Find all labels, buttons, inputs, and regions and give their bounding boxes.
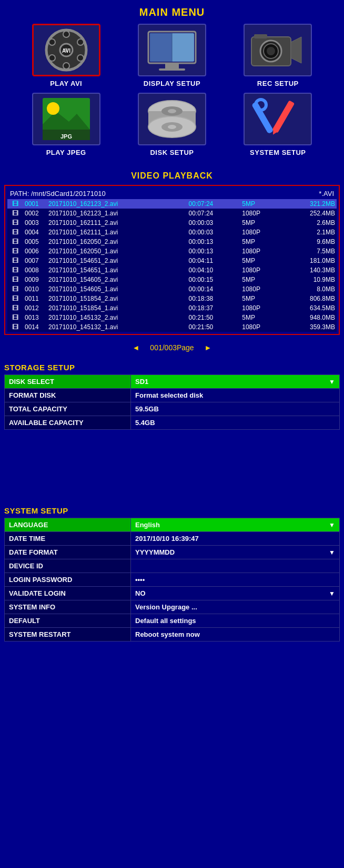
system-row-cell: •••• <box>131 573 340 587</box>
video-playback-container: PATH: /mnt/SdCard1/20171010 *.AVI 🎞 0001… <box>4 185 340 335</box>
file-list-row[interactable]: 🎞 0001 20171010_162123_2.avi 00:07:24 5M… <box>7 199 337 209</box>
storage-row-cell: Format selected disk <box>131 389 340 402</box>
display-setup-label: DISPLAY SETUP <box>144 80 200 87</box>
system-row-label: SYSTEM RESTART <box>5 628 131 642</box>
file-name: 20171010_162050_1.avi <box>47 246 187 256</box>
storage-setup-row[interactable]: FORMAT DISK Format selected disk <box>5 389 340 402</box>
file-list-row[interactable]: 🎞 0012 20171010_151854_1.avi 00:18:37 10… <box>7 303 337 313</box>
system-setup-row[interactable]: DATE FORMAT YYYYMMDD▼ <box>5 546 340 559</box>
menu-item-display-setup[interactable]: DISPLAY SETUP <box>122 24 222 87</box>
file-size: 2.6MB <box>282 218 337 228</box>
tape-icon: 🎞 <box>7 218 23 228</box>
file-list-row[interactable]: 🎞 0008 20171010_154651_1.avi 00:04:10 10… <box>7 265 337 275</box>
file-res: 1080P <box>240 303 282 313</box>
file-list-row[interactable]: 🎞 0004 20171010_162111_1.avi 00:00:03 10… <box>7 228 337 237</box>
system-row-label: DATE FORMAT <box>5 546 131 559</box>
file-size: 806.8MB <box>282 294 337 303</box>
tape-icon: 🎞 <box>7 237 23 246</box>
prev-page-btn[interactable]: ◄ <box>133 343 140 352</box>
file-res: 1080P <box>240 265 282 275</box>
system-setup-row[interactable]: VALIDATE LOGIN NO▼ <box>5 587 340 600</box>
system-setup-row[interactable]: DATE TIME 2017/10/10 16:39:47 <box>5 532 340 546</box>
file-duration: 00:07:24 <box>187 199 241 209</box>
svg-rect-36 <box>272 100 295 133</box>
system-row-cell[interactable]: English▼ <box>131 518 340 532</box>
storage-setup-row[interactable]: DISK SELECT SD1▼ <box>5 375 340 389</box>
file-duration: 00:00:15 <box>187 275 241 284</box>
file-list-row[interactable]: 🎞 0010 20171010_154605_1.avi 00:00:14 10… <box>7 284 337 294</box>
svg-marker-17 <box>291 37 301 63</box>
file-res: 5MP <box>240 237 282 246</box>
menu-item-play-jpeg[interactable]: JPG PLAY JPEG <box>16 93 116 156</box>
file-list-row[interactable]: 🎞 0011 20171010_151854_2.avi 00:18:38 5M… <box>7 294 337 303</box>
menu-item-system-setup[interactable]: SYSTEM SETUP <box>228 93 328 156</box>
file-size: 252.4MB <box>282 209 337 218</box>
file-size: 9.6MB <box>282 237 337 246</box>
system-row-value: YYYYMMDD <box>135 548 175 556</box>
file-size: 634.5MB <box>282 303 337 313</box>
rec-setup-icon-box <box>244 24 312 76</box>
system-setup-row[interactable]: DEVICE ID <box>5 559 340 573</box>
file-list-row[interactable]: 🎞 0005 20171010_162050_2.avi 00:00:13 5M… <box>7 237 337 246</box>
path-text: PATH: /mnt/SdCard1/20171010 <box>10 190 106 198</box>
system-setup-row[interactable]: SYSTEM INFO Version Upgrage ... <box>5 600 340 614</box>
file-duration: 00:21:50 <box>187 313 241 322</box>
menu-item-disk-setup[interactable]: DISK SETUP <box>122 93 222 156</box>
file-name: 20171010_162123_1.avi <box>47 209 187 218</box>
system-setup-row[interactable]: SYSTEM RESTART Reboot system now <box>5 628 340 642</box>
file-num: 0007 <box>23 256 47 265</box>
jpeg-icon: JPG <box>40 95 93 143</box>
system-row-value: Reboot system now <box>135 630 200 638</box>
disk-setup-icon-box <box>138 93 206 145</box>
system-row-value: English <box>135 521 160 529</box>
system-row-cell[interactable]: YYYYMMDD▼ <box>131 546 340 559</box>
file-duration: 00:21:50 <box>187 322 241 332</box>
tape-icon: 🎞 <box>7 228 23 237</box>
svg-point-5 <box>49 39 55 45</box>
file-list-row[interactable]: 🎞 0006 20171010_162050_1.avi 00:00:13 10… <box>7 246 337 256</box>
menu-item-rec-setup[interactable]: REC SETUP <box>228 24 328 87</box>
next-page-btn[interactable]: ► <box>205 343 212 352</box>
dropdown-arrow-icon: ▼ <box>329 378 335 386</box>
system-setup-section: SYSTEM SETUP LANGUAGE English▼ DATE TIME… <box>4 504 340 642</box>
tape-icon: 🎞 <box>7 322 23 332</box>
system-row-value: NO <box>135 589 146 597</box>
camera-icon <box>249 26 307 74</box>
system-row-value: Version Upgrage ... <box>135 603 197 611</box>
tape-icon: 🎞 <box>7 303 23 313</box>
svg-point-35 <box>256 100 266 110</box>
system-row-label: LANGUAGE <box>5 518 131 532</box>
system-setup-row[interactable]: DEFAULT Default all settings <box>5 614 340 628</box>
file-list-row[interactable]: 🎞 0013 20171010_145132_2.avi 00:21:50 5M… <box>7 313 337 322</box>
system-setup-row[interactable]: LANGUAGE English▼ <box>5 518 340 532</box>
file-num: 0002 <box>23 209 47 218</box>
menu-item-play-avi[interactable]: AVI PLAY AVI <box>16 24 116 87</box>
file-num: 0014 <box>23 322 47 332</box>
file-num: 0004 <box>23 228 47 237</box>
file-duration: 00:18:38 <box>187 294 241 303</box>
storage-setup-section: STORAGE SETUP DISK SELECT SD1▼ FORMAT DI… <box>4 360 340 430</box>
file-list-row[interactable]: 🎞 0007 20171010_154651_2.avi 00:04:11 5M… <box>7 256 337 265</box>
file-list-row[interactable]: 🎞 0002 20171010_162123_1.avi 00:07:24 10… <box>7 209 337 218</box>
file-duration: 00:07:24 <box>187 209 241 218</box>
file-res: 1080P <box>240 209 282 218</box>
path-bar: PATH: /mnt/SdCard1/20171010 *.AVI <box>7 188 337 199</box>
system-setup-row[interactable]: LOGIN PASSWORD •••• <box>5 573 340 587</box>
tape-icon: 🎞 <box>7 256 23 265</box>
system-row-cell[interactable]: NO▼ <box>131 587 340 600</box>
file-list-row[interactable]: 🎞 0014 20171010_145132_1.avi 00:21:50 10… <box>7 322 337 332</box>
svg-text:AVI: AVI <box>62 48 70 54</box>
video-playback-title: VIDEO PLAYBACK <box>0 167 344 185</box>
main-menu-grid: AVI PLAY AVI DISPLAY SETUP <box>0 24 344 167</box>
file-name: 20171010_162123_2.avi <box>47 199 187 209</box>
storage-setup-row[interactable]: TOTAL CAPACITY 59.5GB <box>5 402 340 416</box>
file-list-row[interactable]: 🎞 0003 20171010_162111_2.avi 00:00:03 5M… <box>7 218 337 228</box>
storage-row-cell[interactable]: SD1▼ <box>131 375 340 389</box>
file-duration: 00:00:14 <box>187 284 241 294</box>
svg-rect-21 <box>254 34 267 38</box>
file-list-row[interactable]: 🎞 0009 20171010_154605_2.avi 00:00:15 5M… <box>7 275 337 284</box>
file-res: 5MP <box>240 275 282 284</box>
file-duration: 00:00:03 <box>187 218 241 228</box>
storage-setup-row[interactable]: AVAILABLE CAPACITY 5.4GB <box>5 416 340 430</box>
system-row-label: DATE TIME <box>5 532 131 546</box>
